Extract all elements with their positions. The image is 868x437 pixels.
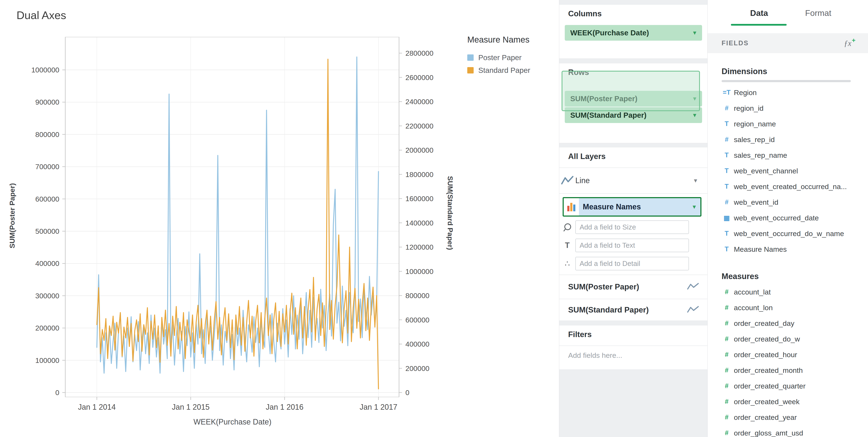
fields-list: Dimensions =TRegion#region_idTregion_nam… (708, 53, 868, 437)
field-label: sales_rep_id (734, 135, 775, 144)
field-item[interactable]: #web_event_id (721, 194, 868, 210)
all-layers-card: All Layers Line ▼ Me (559, 147, 708, 321)
svg-text:0: 0 (405, 389, 409, 397)
color-shelf[interactable]: Measure Names ▼ (563, 197, 702, 216)
rows-pill-standard[interactable]: SUM(Standard Paper) ▼ (565, 107, 702, 123)
tab-format[interactable]: Format (805, 8, 831, 18)
number-icon: # (721, 413, 732, 421)
clipped-field-item (721, 80, 851, 82)
text-icon: T (721, 183, 732, 190)
right-axis-ticks: 0200000400000600000800000100000012000001… (399, 49, 433, 397)
field-label: web_event_occurred_do_w_name (734, 230, 844, 238)
size-field-input[interactable] (575, 221, 689, 234)
svg-text:2800000: 2800000 (405, 49, 433, 57)
tab-data[interactable]: Data (750, 8, 768, 18)
measure-row-label: SUM(Standard Paper) (568, 305, 649, 314)
legend: Measure Names Poster Paper Standard Pape… (467, 35, 556, 77)
field-item[interactable]: #region_id (721, 100, 868, 116)
field-item[interactable]: Tweb_event_created_occurred_na... (721, 179, 868, 194)
svg-text:100000: 100000 (35, 356, 59, 364)
number-icon: # (721, 398, 732, 405)
field-item[interactable]: Tregion_name (721, 116, 868, 132)
field-label: order_created_week (734, 398, 800, 406)
field-item[interactable]: ▦web_event_occurred_date (721, 210, 868, 226)
field-item[interactable]: Tweb_event_occurred_do_w_name (721, 226, 868, 241)
svg-text:200000: 200000 (405, 364, 429, 372)
field-item[interactable]: #order_created_year (721, 409, 868, 425)
field-item[interactable]: =TRegion (721, 85, 868, 100)
svg-text:1200000: 1200000 (405, 243, 433, 251)
svg-text:1400000: 1400000 (405, 219, 433, 227)
svg-text:300000: 300000 (35, 292, 59, 300)
field-item[interactable]: #order_created_day (721, 315, 868, 331)
field-label: web_event_id (734, 198, 778, 206)
field-label: account_lon (734, 304, 773, 312)
field-item[interactable]: #order_created_month (721, 363, 868, 378)
columns-pill[interactable]: WEEK(Purchase Date) ▼ (565, 25, 702, 41)
filters-card: Filters Add fields here... (559, 325, 708, 370)
field-item[interactable]: #order_created_do_w (721, 331, 868, 347)
measure-row-label: SUM(Poster Paper) (568, 282, 639, 291)
field-item[interactable]: #account_lat (721, 284, 868, 300)
field-label: order_gloss_amt_usd (734, 429, 803, 437)
field-item[interactable]: TMeasure Names (721, 241, 868, 257)
field-item[interactable]: #account_lon (721, 300, 868, 315)
legend-title: Measure Names (467, 35, 556, 44)
field-label: order_created_hour (734, 350, 797, 359)
number-icon: # (721, 136, 732, 143)
caret-down-icon[interactable]: ▼ (692, 112, 698, 118)
svg-text:800000: 800000 (405, 292, 429, 300)
legend-entry[interactable]: Standard Paper (467, 64, 556, 77)
text-icon: T (721, 152, 732, 159)
field-label: sales_rep_name (734, 151, 787, 160)
field-item[interactable]: #order_gloss_amt_usd (721, 425, 868, 437)
number-icon: # (721, 367, 732, 374)
text-icon: T (721, 230, 732, 237)
field-item[interactable]: #sales_rep_id (721, 132, 868, 147)
rows-pill-poster[interactable]: SUM(Poster Paper) ▼ (565, 91, 702, 106)
svg-text:600000: 600000 (35, 195, 59, 203)
add-calculated-field-button[interactable]: ƒx+ (844, 33, 856, 53)
shelf-panel: Columns WEEK(Purchase Date) ▼ Rows SUM(P… (559, 0, 707, 437)
field-item[interactable]: Tsales_rep_name (721, 147, 868, 163)
color-field-pill[interactable]: Measure Names ▼ (579, 198, 701, 215)
columns-shelf-header: Columns (568, 9, 601, 18)
svg-text:2600000: 2600000 (405, 73, 433, 81)
legend-entry[interactable]: Poster Paper (467, 51, 556, 64)
number-icon: # (721, 335, 732, 343)
chart-type-dropdown[interactable]: Line ▼ (559, 168, 708, 193)
field-item[interactable]: #order_created_hour (721, 347, 868, 363)
field-item[interactable]: #order_created_quarter (721, 378, 868, 394)
chart-area: 0100000200000300000400000500000600000700… (0, 0, 559, 437)
svg-text:500000: 500000 (35, 227, 59, 235)
svg-text:600000: 600000 (405, 316, 429, 324)
field-label: order_created_do_w (734, 335, 800, 343)
svg-text:Jan 1 2016: Jan 1 2016 (266, 403, 304, 411)
caret-down-icon[interactable]: ▼ (692, 96, 698, 101)
chart-type-label: Line (575, 176, 590, 185)
field-item[interactable]: Tweb_event_channel (721, 163, 868, 179)
svg-text:1000000: 1000000 (405, 267, 433, 275)
detail-field-input[interactable] (575, 257, 689, 270)
app-window: 0100000200000300000400000500000600000700… (0, 0, 868, 437)
caret-down-icon[interactable]: ▼ (692, 30, 698, 36)
number-icon: # (721, 288, 732, 296)
all-layers-header: All Layers (568, 152, 606, 161)
standard-paper-swatch-icon (467, 67, 474, 73)
svg-text:1600000: 1600000 (405, 195, 433, 203)
field-item[interactable]: #order_created_week (721, 394, 868, 409)
detail-shelf-icon: ∴ (559, 259, 575, 268)
svg-text:2200000: 2200000 (405, 122, 433, 130)
text-field-input[interactable] (575, 239, 689, 252)
measure-row-poster[interactable]: SUM(Poster Paper) (559, 275, 708, 299)
pill-label: SUM(Poster Paper) (570, 94, 638, 103)
measures-header: Measures (721, 268, 868, 284)
filters-placeholder[interactable]: Add fields here... (568, 351, 622, 360)
legend-label: Poster Paper (478, 53, 522, 62)
measure-row-standard[interactable]: SUM(Standard Paper) (559, 299, 708, 321)
filters-header: Filters (568, 330, 592, 339)
caret-down-icon[interactable]: ▼ (693, 178, 698, 183)
caret-down-icon[interactable]: ▼ (691, 204, 697, 210)
field-label: web_event_occurred_date (734, 214, 819, 222)
svg-text:400000: 400000 (405, 340, 429, 348)
